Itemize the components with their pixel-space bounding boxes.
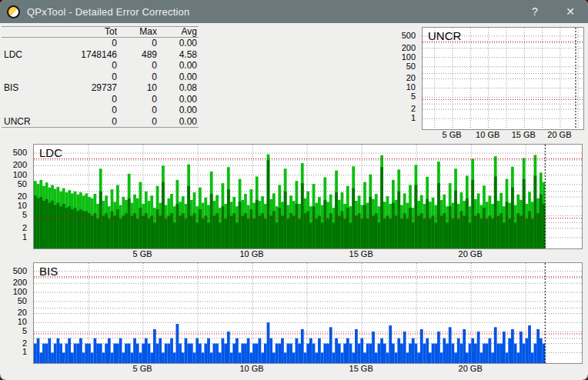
app-icon bbox=[7, 5, 20, 18]
y-tick-label: 10 bbox=[1, 317, 27, 326]
cell-avg: 4.58 bbox=[159, 49, 199, 61]
y-tick-label: 50 bbox=[388, 62, 416, 71]
x-tick-label: 10 GB bbox=[239, 249, 263, 258]
cell-avg: 0.08 bbox=[159, 82, 199, 94]
y-tick-label: 1 bbox=[1, 347, 27, 356]
table-row[interactable]: UNCR000.00 bbox=[2, 116, 199, 128]
y-tick-label: 1 bbox=[388, 113, 416, 122]
row-label: LDC bbox=[2, 49, 46, 61]
cell-max: 10 bbox=[119, 82, 159, 94]
title-bar[interactable]: QPxTool - Detailed Error Correction ? ✕ bbox=[0, 0, 588, 23]
cell-avg: 0.00 bbox=[159, 94, 199, 105]
uncr-chart-title: UNCR bbox=[428, 29, 461, 42]
y-tick-label: 200 bbox=[1, 160, 27, 169]
y-tick-label: 10 bbox=[388, 82, 416, 92]
header-max: Max bbox=[119, 27, 159, 37]
y-tick-label: 1 bbox=[1, 232, 27, 242]
bis-x-axis: 5 GB10 GB15 GB20 GB bbox=[33, 364, 581, 374]
cell-max: 0 bbox=[119, 116, 159, 128]
cell-avg: 0.00 bbox=[159, 72, 199, 83]
y-tick-label: 200 bbox=[388, 43, 416, 52]
uncr-plot-area: UNCR bbox=[422, 27, 584, 130]
uncr-x-axis: 5 GB10 GB15 GB20 GB bbox=[422, 130, 583, 140]
table-row[interactable]: LDC17481464894.58 bbox=[2, 49, 199, 61]
summary-body: 000.00LDC17481464894.58000.00000.00BIS29… bbox=[2, 38, 199, 127]
y-tick-label: 20 bbox=[1, 308, 27, 317]
bis-plot-svg bbox=[34, 263, 582, 363]
table-row[interactable]: BIS29737100.08 bbox=[2, 82, 199, 94]
y-tick-label: 20 bbox=[388, 73, 416, 82]
summary-header-row: Tot Max Avg bbox=[2, 27, 199, 38]
cell-max: 0 bbox=[119, 60, 159, 72]
x-tick-label: 10 GB bbox=[476, 130, 499, 139]
cell-tot: 0 bbox=[46, 105, 119, 116]
row-label: UNCR bbox=[2, 116, 46, 128]
y-tick-label: 5 bbox=[1, 326, 27, 335]
y-tick-label: 5 bbox=[388, 92, 416, 101]
cell-tot: 1748146 bbox=[46, 49, 119, 61]
bis-plot-area: BIS bbox=[33, 262, 583, 364]
x-tick-label: 5 GB bbox=[132, 364, 152, 373]
bis-y-axis: 500200100502010521 bbox=[4, 262, 30, 362]
error-summary-table: Tot Max Avg 000.00LDC17481464894.58000.0… bbox=[2, 26, 199, 128]
y-tick-label: 2 bbox=[388, 104, 416, 113]
table-row[interactable]: 000.00 bbox=[2, 38, 199, 49]
x-tick-label: 20 GB bbox=[459, 249, 483, 258]
y-tick-label: 10 bbox=[1, 201, 27, 210]
y-tick-label: 100 bbox=[1, 170, 27, 179]
y-tick-label: 20 bbox=[1, 192, 27, 201]
cell-avg: 0.00 bbox=[159, 105, 199, 116]
y-tick-label: 500 bbox=[388, 31, 416, 40]
header-tot: Tot bbox=[46, 27, 119, 37]
cell-max: 0 bbox=[119, 94, 159, 105]
x-tick-label: 15 GB bbox=[512, 130, 536, 139]
cell-max: 489 bbox=[119, 49, 159, 61]
y-tick-label: 50 bbox=[1, 296, 27, 305]
y-tick-label: 100 bbox=[1, 287, 27, 296]
table-row[interactable]: 000.00 bbox=[2, 72, 199, 83]
y-tick-label: 200 bbox=[1, 278, 27, 287]
x-tick-label: 15 GB bbox=[349, 364, 373, 373]
ldc-y-axis: 500200100502010521 bbox=[4, 144, 30, 248]
table-row[interactable]: 000.00 bbox=[2, 105, 199, 116]
y-tick-label: 2 bbox=[1, 223, 27, 232]
cell-avg: 0.00 bbox=[159, 38, 199, 49]
bis-chart-title: BIS bbox=[39, 265, 58, 278]
close-button[interactable]: ✕ bbox=[553, 0, 588, 23]
ldc-x-axis: 5 GB10 GB15 GB20 GB bbox=[33, 249, 581, 259]
cell-tot: 0 bbox=[46, 60, 119, 72]
cell-tot: 0 bbox=[46, 94, 119, 105]
cell-max: 0 bbox=[119, 38, 159, 49]
y-tick-label: 50 bbox=[1, 179, 27, 188]
cell-avg: 0.00 bbox=[159, 116, 199, 128]
y-tick-label: 5 bbox=[1, 210, 27, 219]
x-tick-label: 10 GB bbox=[239, 364, 263, 373]
x-tick-label: 20 GB bbox=[459, 364, 483, 373]
cell-tot: 29737 bbox=[46, 82, 119, 94]
cell-tot: 0 bbox=[46, 116, 119, 128]
cell-tot: 0 bbox=[46, 72, 119, 83]
uncr-y-axis: 500200100502010521 bbox=[391, 27, 419, 128]
qpxtool-window: QPxTool - Detailed Error Correction ? ✕ … bbox=[0, 0, 588, 380]
window-title: QPxTool - Detailed Error Correction bbox=[27, 6, 517, 18]
table-row[interactable]: 000.00 bbox=[2, 60, 199, 72]
uncr-plot-svg bbox=[423, 28, 583, 129]
help-button[interactable]: ? bbox=[517, 0, 553, 23]
cell-max: 0 bbox=[119, 72, 159, 83]
y-tick-label: 100 bbox=[388, 52, 416, 62]
ldc-plot-area: LDC bbox=[33, 144, 583, 249]
y-tick-label: 500 bbox=[1, 266, 27, 275]
y-tick-label: 2 bbox=[1, 338, 27, 348]
table-row[interactable]: 000.00 bbox=[2, 94, 199, 105]
header-avg: Avg bbox=[159, 27, 199, 37]
x-tick-label: 5 GB bbox=[132, 249, 152, 258]
x-tick-label: 5 GB bbox=[443, 130, 462, 139]
ldc-chart-title: LDC bbox=[39, 146, 62, 159]
row-label: BIS bbox=[2, 82, 46, 94]
cell-avg: 0.00 bbox=[159, 60, 199, 72]
x-tick-label: 20 GB bbox=[547, 130, 571, 139]
ldc-plot-svg bbox=[34, 145, 582, 248]
cell-tot: 0 bbox=[46, 38, 119, 49]
x-tick-label: 15 GB bbox=[349, 249, 373, 258]
cell-max: 0 bbox=[119, 105, 159, 116]
